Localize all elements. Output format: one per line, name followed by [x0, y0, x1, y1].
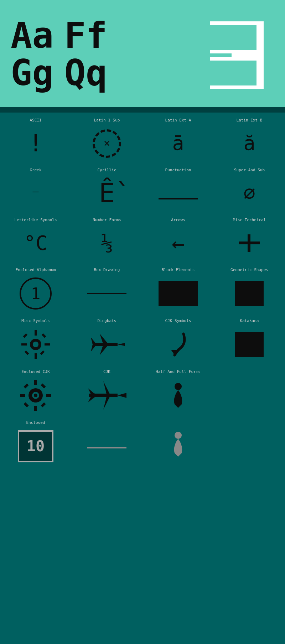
- symbol-greek: —: [33, 178, 39, 209]
- symbol-punctuation: [159, 178, 198, 209]
- svg-rect-3: [207, 25, 256, 50]
- cell-superandsub: Super And Sub ∅: [214, 162, 285, 212]
- cell-arrows: Arrows ←: [142, 212, 214, 262]
- label-halffull: Half And Full Forms: [156, 369, 201, 374]
- source-bar: [0, 107, 285, 113]
- block-rect: [159, 281, 198, 306]
- svg-point-18: [33, 342, 38, 347]
- svg-rect-31: [46, 394, 51, 397]
- symbol-superandsub: ∅: [243, 178, 255, 209]
- preview-pixel3: [200, 18, 274, 96]
- credit-line: [11, 103, 274, 107]
- cell-blockelements: Block Elements: [142, 262, 214, 313]
- svg-rect-30: [20, 394, 25, 397]
- symbol-ascii: !: [28, 128, 42, 159]
- label-punctuation: Punctuation: [165, 168, 191, 172]
- svg-marker-41: [103, 381, 110, 395]
- bottomperson-svg: [167, 430, 189, 458]
- symbol-dingbats: [89, 328, 125, 360]
- dark-section: ASCII ! Latin 1 Sup Latin Ext A ā Latin …: [0, 107, 285, 466]
- svg-rect-15: [25, 350, 29, 355]
- svg-rect-10: [35, 353, 37, 359]
- symbol-miscsymbols: [20, 328, 52, 360]
- symbol-latin1: [93, 128, 121, 159]
- svg-marker-40: [118, 393, 126, 398]
- enclosed-1-circle: 1: [20, 277, 52, 310]
- cell-cjk: CJK: [71, 364, 142, 415]
- svg-rect-11: [21, 343, 27, 346]
- svg-rect-29: [34, 406, 37, 411]
- label-arrows: Arrows: [171, 218, 185, 222]
- label-boxdrawing: Box Drawing: [94, 268, 120, 272]
- misctech-svg: [237, 231, 262, 256]
- svg-marker-24: [100, 344, 109, 355]
- enclosed-10-box: 10: [18, 430, 53, 462]
- cell-numberforms: Number Forms ⅓: [71, 212, 142, 262]
- symbol-numberforms: ⅓: [101, 228, 113, 259]
- cell-empty1: [214, 364, 285, 415]
- preview-char-gg: Gg: [11, 55, 53, 91]
- header-preview: Aa Ff Gg Qq: [11, 18, 274, 107]
- symbol-latinextb: ă: [243, 128, 255, 159]
- font-title: [11, 7, 274, 11]
- label-misctech: Misc Technical: [233, 218, 266, 222]
- svg-rect-28: [34, 380, 37, 385]
- symbol-cjk: [87, 379, 126, 411]
- preview-row: Aa Ff Gg Qq: [11, 18, 274, 96]
- label-greek: Greek: [30, 168, 41, 172]
- cjk-plane-svg: [87, 379, 126, 411]
- label-letterlike: Letterlike Symbols: [14, 218, 57, 222]
- cell-empty2: [214, 415, 285, 466]
- symbol-letterlike: °C: [24, 228, 47, 259]
- svg-rect-32: [24, 383, 28, 388]
- punct-line: [159, 198, 198, 199]
- symbol-enclosed10: 10: [18, 430, 53, 462]
- symbol-enclosedcjk: [20, 379, 52, 411]
- katakana-square: [235, 332, 264, 357]
- cell-halffull: Half And Full Forms: [142, 364, 214, 415]
- symbol-misctech: [237, 228, 262, 259]
- cell-enclosedaphanum: Enclosed Alphanum 1: [0, 262, 71, 313]
- svg-rect-33: [41, 383, 46, 388]
- svg-rect-2: [232, 52, 264, 61]
- symbol-enclosedaphanum: 1: [20, 277, 52, 310]
- label-ascii: ASCII: [30, 118, 41, 123]
- label-enclosedcjk: Enclosed CJK: [21, 369, 50, 374]
- svg-point-48: [175, 432, 182, 439]
- cjk-arrow-svg: [167, 332, 189, 357]
- svg-point-47: [175, 383, 182, 390]
- label-numberforms: Number Forms: [93, 218, 121, 222]
- svg-rect-12: [45, 343, 50, 346]
- halffull-svg: [167, 381, 189, 410]
- svg-rect-13: [23, 333, 28, 338]
- label-dingbats: Dingbats: [98, 318, 116, 323]
- cell-boxdrawing: Box Drawing: [71, 262, 142, 313]
- cell-letterlike: Letterlike Symbols °C: [0, 212, 71, 262]
- svg-marker-20: [118, 343, 125, 346]
- preview-left: Aa Ff Gg Qq: [11, 18, 200, 96]
- svg-rect-34: [24, 402, 28, 407]
- cell-geoshapes: Geometric Shapes: [214, 262, 285, 313]
- label-cjk: CJK: [103, 369, 110, 374]
- cell-latinextb: Latin Ext B ă: [214, 113, 285, 162]
- svg-rect-8: [239, 242, 260, 244]
- cell-miscsymbols: Misc Symbols: [0, 313, 71, 364]
- svg-rect-4: [207, 61, 256, 85]
- cell-katakana: Katakana: [214, 313, 285, 364]
- svg-rect-14: [42, 333, 46, 338]
- svg-marker-27: [171, 350, 180, 355]
- symbol-blockelements: [159, 277, 198, 310]
- svg-marker-23: [100, 334, 109, 344]
- label-geoshapes: Geometric Shapes: [230, 268, 268, 272]
- cell-cyrillic: Cyrillic Ề: [71, 162, 142, 212]
- symbol-boxdrawing: [87, 277, 126, 310]
- cell-enclosedcjk: Enclosed CJK: [0, 364, 71, 415]
- sun-svg: [20, 328, 52, 360]
- label-latinextb: Latin Ext B: [237, 118, 263, 123]
- cell-dingbats: Dingbats: [71, 313, 142, 364]
- cell-enclosed10: Enclosed 10: [0, 415, 71, 466]
- label-enclosed10: Enclosed: [26, 420, 45, 425]
- symbol-arrows: ←: [172, 228, 185, 259]
- preview-char-aa: Aa: [11, 18, 53, 53]
- symbol-bottomline: [87, 426, 126, 462]
